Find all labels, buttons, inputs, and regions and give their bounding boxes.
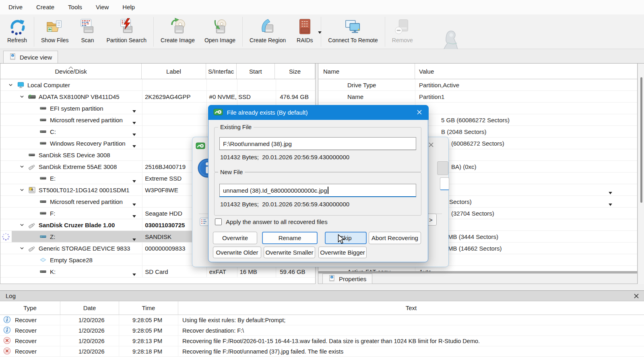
mouse-cursor-icon bbox=[336, 234, 346, 247]
chevron-down-icon[interactable] bbox=[132, 212, 136, 219]
properties-header: NameValue bbox=[318, 64, 637, 79]
partition-icon bbox=[38, 210, 48, 217]
chevron-down-icon[interactable] bbox=[609, 189, 612, 195]
chevron-down-icon[interactable] bbox=[132, 177, 136, 184]
computer-icon bbox=[16, 81, 25, 89]
chevron-down-icon[interactable] bbox=[132, 235, 136, 242]
rename-button[interactable]: Rename bbox=[262, 232, 318, 244]
menu-view[interactable]: View bbox=[89, 0, 116, 14]
log-column-header-text[interactable]: Text bbox=[178, 301, 644, 315]
menu-create[interactable]: Create bbox=[29, 0, 61, 14]
refresh-button[interactable]: Refresh bbox=[2, 16, 32, 44]
chevron-down-icon[interactable] bbox=[132, 119, 136, 125]
column-header-start[interactable]: Start bbox=[237, 64, 275, 79]
raids-button[interactable]: RAIDs bbox=[291, 16, 319, 44]
chevron-down-icon[interactable] bbox=[132, 130, 136, 137]
log-column-header-type[interactable]: Type bbox=[0, 301, 60, 315]
device-name-cell: Windows Recovery Partition bbox=[0, 138, 142, 149]
property-row[interactable]: NamePartition1 bbox=[318, 91, 637, 103]
remove-button: Remove bbox=[387, 16, 418, 44]
log-time-cell: 9:28:13 PM bbox=[119, 336, 178, 346]
log-row[interactable]: Recover1/20/20269:28:18 PMRecovering fil… bbox=[0, 346, 644, 357]
log-date-cell: 1/20/2026 bbox=[60, 315, 119, 325]
chevron-down-icon[interactable] bbox=[318, 28, 322, 35]
properties-tab-zone: Properties bbox=[318, 274, 637, 284]
chevron-down-icon[interactable] bbox=[132, 270, 136, 277]
start-cell bbox=[237, 91, 275, 102]
log-row[interactable]: Recover1/20/20269:28:13 PMRecovering fil… bbox=[0, 336, 644, 346]
scan-button[interactable]: Scan bbox=[74, 16, 102, 44]
partition-search-icon bbox=[117, 17, 136, 37]
size-cell bbox=[275, 79, 315, 90]
existing-file-input[interactable]: F:\Root\unnamed (38).jpg bbox=[219, 137, 416, 150]
overwrite-smaller-button[interactable]: Overwrite Smaller bbox=[264, 247, 315, 258]
property-row[interactable]: Drive TypePartition,Active bbox=[318, 79, 637, 91]
log-row[interactable]: Recover1/20/20269:28:05 PMRecover destin… bbox=[0, 325, 644, 336]
menu-tools[interactable]: Tools bbox=[61, 0, 89, 14]
log-text-cell: Using file exist rules: By default:Promp… bbox=[178, 315, 644, 325]
abort-recovering-button[interactable]: Abort Recovering bbox=[369, 232, 421, 244]
dialog-title-bar[interactable]: File already exists (By default) bbox=[208, 105, 429, 120]
tab-device-view[interactable]: Device view bbox=[3, 51, 58, 63]
skip-button[interactable]: Skip bbox=[325, 232, 367, 244]
toolbar-separator bbox=[153, 17, 154, 47]
log-column-header-time[interactable]: Time bbox=[119, 301, 178, 315]
partition-icon bbox=[38, 268, 48, 275]
focused-field[interactable] bbox=[440, 177, 449, 190]
empty-space-icon bbox=[38, 256, 48, 263]
overwrite-bigger-button[interactable]: Overwrite Bigger bbox=[318, 247, 367, 258]
column-header-device-disk[interactable]: Device/Disk bbox=[0, 64, 142, 79]
expander-chevron-icon[interactable] bbox=[17, 165, 27, 169]
overwrite-older-button[interactable]: Overwrite Older bbox=[213, 247, 261, 258]
close-icon[interactable] bbox=[428, 142, 434, 149]
new-file-input[interactable]: unnamed (38).Id_6800000000000c.jpg bbox=[219, 184, 416, 197]
log-column-header-date[interactable]: Date bbox=[60, 301, 119, 315]
close-icon[interactable] bbox=[634, 293, 639, 300]
partition-icon bbox=[38, 116, 48, 123]
create-image-button[interactable]: Create Image bbox=[156, 16, 200, 44]
vertical-scrollbar[interactable] bbox=[638, 64, 644, 284]
chevron-down-icon[interactable] bbox=[132, 142, 136, 149]
device-row[interactable]: K:SD CardexFAT16 MB59.46 GB bbox=[0, 266, 315, 278]
log-rows: Recover1/20/20269:28:05 PMUsing file exi… bbox=[0, 315, 644, 357]
create-region-button[interactable]: Create Region bbox=[245, 16, 291, 44]
expander-chevron-icon[interactable] bbox=[5, 83, 16, 87]
device-row[interactable]: ADATA SX8100NP VB411D452K2629AG4GPP#0 NV… bbox=[0, 91, 315, 103]
chevron-down-icon[interactable] bbox=[132, 200, 136, 207]
column-header-size[interactable]: Size bbox=[275, 64, 315, 79]
chevron-down-icon[interactable] bbox=[132, 107, 136, 114]
dialog-title: File already exists (By default) bbox=[227, 109, 308, 116]
toolbar-button-label: Connect To Remote bbox=[328, 37, 378, 43]
log-type-cell: Recover bbox=[0, 325, 60, 335]
log-row[interactable]: Recover1/20/20269:28:05 PMUsing file exi… bbox=[0, 315, 644, 325]
hdd-external-icon bbox=[27, 186, 37, 194]
partition-search-button[interactable]: Partition Search bbox=[102, 16, 152, 44]
expander-chevron-icon[interactable] bbox=[17, 95, 27, 99]
device-name-cell: Local Computer bbox=[0, 79, 142, 90]
menu-help[interactable]: Help bbox=[116, 0, 142, 14]
overwrite-button[interactable]: Overwrite bbox=[213, 232, 257, 244]
menu-drive[interactable]: Drive bbox=[2, 0, 29, 14]
connect-to-remote-button[interactable]: Connect To Remote bbox=[323, 16, 382, 44]
expander-chevron-icon[interactable] bbox=[17, 188, 27, 192]
column-header-s-interfac[interactable]: S/Interfac bbox=[206, 64, 237, 79]
tab-properties[interactable]: Properties bbox=[322, 274, 372, 284]
create-region-icon bbox=[258, 17, 277, 37]
apply-all-label: Apply the answer to all recovered files bbox=[226, 218, 328, 225]
column-header-name[interactable]: Name bbox=[318, 64, 415, 79]
close-icon[interactable] bbox=[417, 109, 422, 116]
expander-chevron-icon[interactable] bbox=[17, 246, 27, 251]
toolbar-button-label: Partition Search bbox=[107, 37, 147, 43]
column-header-label[interactable]: Label bbox=[142, 64, 206, 79]
device-name-cell: SanDisk Cruzer Blade 1.00 bbox=[0, 219, 142, 230]
device-row[interactable]: Local Computer bbox=[0, 79, 315, 91]
show-files-button[interactable]: Show Files bbox=[36, 16, 73, 44]
open-image-icon bbox=[211, 17, 229, 37]
chevron-down-icon[interactable] bbox=[609, 200, 612, 207]
partition-icon bbox=[38, 198, 48, 205]
open-image-button[interactable]: Open Image bbox=[200, 16, 240, 44]
apply-all-checkbox[interactable] bbox=[215, 218, 222, 225]
column-header-value[interactable]: Value bbox=[415, 64, 637, 79]
scrollbar-thumb[interactable] bbox=[640, 77, 642, 203]
expander-chevron-icon[interactable] bbox=[17, 223, 27, 227]
